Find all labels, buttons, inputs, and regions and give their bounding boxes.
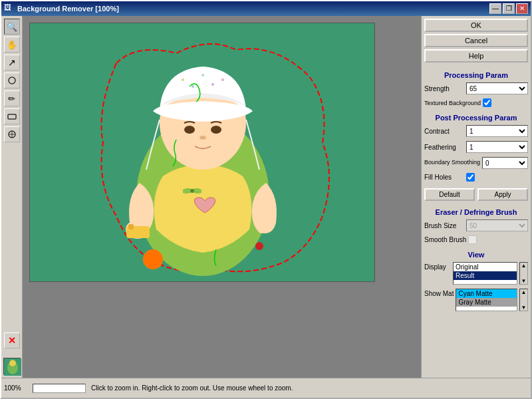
boundary-label: Boundary Smoothing	[424, 160, 480, 166]
eraser-header: Eraser / Defringe Brush	[424, 208, 528, 216]
restore-button[interactable]: ❒	[503, 3, 515, 14]
help-button[interactable]: Help	[424, 49, 528, 63]
status-text: Click to zoom in. Right-click to zoom ou…	[91, 384, 293, 392]
feathering-select[interactable]: 1	[466, 141, 528, 153]
show-mat-label: Show Mat	[424, 289, 454, 297]
brush-size-label: Brush Size	[424, 222, 464, 229]
zoom-progress-bar	[33, 384, 86, 393]
bottom-bar: 100% Click to zoom in. Right-click to zo…	[1, 378, 531, 398]
eraser-tool-button[interactable]	[4, 108, 20, 124]
svg-point-15	[192, 85, 194, 88]
display-listbox[interactable]: Original Result	[453, 262, 517, 285]
boundary-row: Boundary Smoothing 0	[424, 157, 528, 169]
svg-point-7	[9, 360, 16, 366]
left-toolbar: 🔍 ✋ ↗ ✏ ✕	[1, 16, 23, 378]
hand-tool-button[interactable]: ✋	[4, 37, 20, 53]
window-controls: — ❒ ✕	[489, 3, 528, 14]
contract-label: Contract	[424, 128, 464, 135]
brush-size-select[interactable]: 50	[466, 219, 528, 231]
strength-select[interactable]: 65	[466, 82, 528, 94]
strength-label: Strength	[424, 85, 464, 92]
svg-rect-22	[128, 224, 134, 229]
brush-size-row: Brush Size 50	[424, 219, 528, 231]
display-original[interactable]: Original	[454, 263, 517, 271]
scroll-up-icon[interactable]: ▲	[521, 263, 527, 269]
svg-point-18	[211, 126, 221, 134]
display-scrollbar[interactable]: ▲ ▼	[519, 262, 528, 285]
right-panel: OK Cancel Help Processing Param Strength…	[421, 16, 531, 378]
cancel-button[interactable]: Cancel	[424, 34, 528, 47]
svg-point-24	[255, 242, 263, 250]
window-title: Background Remover [100%]	[17, 5, 489, 13]
svg-point-16	[211, 83, 214, 86]
boundary-select[interactable]: 0	[482, 157, 528, 169]
svg-point-13	[201, 74, 204, 76]
canvas-area[interactable]	[23, 16, 421, 378]
action-buttons: OK Cancel Help	[424, 19, 528, 63]
show-mat-row: Show Mat Cyan Matte Gray Matte ▲ ▼	[424, 289, 528, 311]
delete-tool-button[interactable]: ✕	[4, 332, 20, 348]
fill-holes-row: Fill Holes	[424, 173, 528, 182]
gray-matte-option[interactable]: Gray Matte	[456, 298, 517, 307]
contract-row: Contract 1	[424, 125, 528, 137]
svg-point-17	[184, 126, 195, 134]
svg-rect-1	[8, 114, 16, 119]
display-row: Display Original Result ▲ ▼	[424, 262, 528, 285]
view-header: View	[424, 251, 528, 259]
display-label: Display	[424, 262, 451, 271]
svg-point-0	[9, 77, 15, 84]
smooth-brush-row: Smooth Brush	[424, 235, 528, 244]
select-tool-button[interactable]: ↗	[4, 55, 20, 70]
lasso-tool-button[interactable]	[4, 72, 20, 88]
defringe-tool-button[interactable]	[4, 126, 20, 142]
apply-button[interactable]: Apply	[477, 188, 528, 201]
mat-scroll-up-icon[interactable]: ▲	[521, 289, 527, 295]
feathering-row: Feathering 1	[424, 141, 528, 153]
contract-select[interactable]: 1	[466, 125, 528, 137]
smooth-brush-label: Smooth Brush	[424, 236, 466, 243]
title-bar: 🖼 Background Remover [100%] — ❒ ✕	[1, 1, 531, 16]
textured-bg-checkbox[interactable]	[483, 98, 491, 107]
svg-point-12	[182, 78, 184, 81]
svg-point-19	[200, 136, 206, 140]
default-apply-row: Default Apply	[424, 188, 528, 201]
ok-button[interactable]: OK	[424, 19, 528, 32]
close-button[interactable]: ✕	[516, 3, 528, 14]
zoom-level: 100%	[4, 384, 27, 392]
cyan-matte-option[interactable]: Cyan Matte	[456, 289, 517, 298]
strength-row: Strength 65	[424, 82, 528, 94]
svg-point-10	[190, 189, 194, 193]
minimize-button[interactable]: —	[489, 3, 501, 14]
brush-tool-button[interactable]: ✏	[4, 90, 20, 106]
fill-holes-label: Fill Holes	[424, 174, 464, 181]
svg-point-14	[221, 78, 224, 81]
mat-scrollbar[interactable]: ▲ ▼	[519, 289, 528, 311]
mat-scroll-down-icon[interactable]: ▼	[521, 305, 527, 311]
display-result[interactable]: Result	[454, 271, 517, 280]
app-icon: 🖼	[4, 3, 15, 14]
zoom-tool-button[interactable]: 🔍	[4, 19, 20, 35]
smooth-brush-checkbox[interactable]	[468, 235, 477, 244]
mat-listbox[interactable]: Cyan Matte Gray Matte	[456, 289, 517, 311]
thumbnail-preview	[3, 358, 21, 375]
content-area: 🔍 ✋ ↗ ✏ ✕	[1, 16, 531, 378]
textured-bg-label: Textured Background	[424, 100, 481, 106]
feathering-label: Feathering	[424, 144, 464, 151]
fill-holes-checkbox[interactable]	[466, 173, 475, 182]
textured-bg-row: Textured Background	[424, 98, 528, 107]
default-button[interactable]: Default	[424, 188, 475, 201]
processing-param-header: Processing Param	[424, 71, 528, 79]
main-window: 🖼 Background Remover [100%] — ❒ ✕ 🔍 ✋ ↗ …	[0, 0, 532, 399]
image-canvas[interactable]	[29, 23, 375, 282]
scroll-down-icon[interactable]: ▼	[521, 278, 527, 284]
post-processing-header: Post Processing Param	[424, 114, 528, 122]
